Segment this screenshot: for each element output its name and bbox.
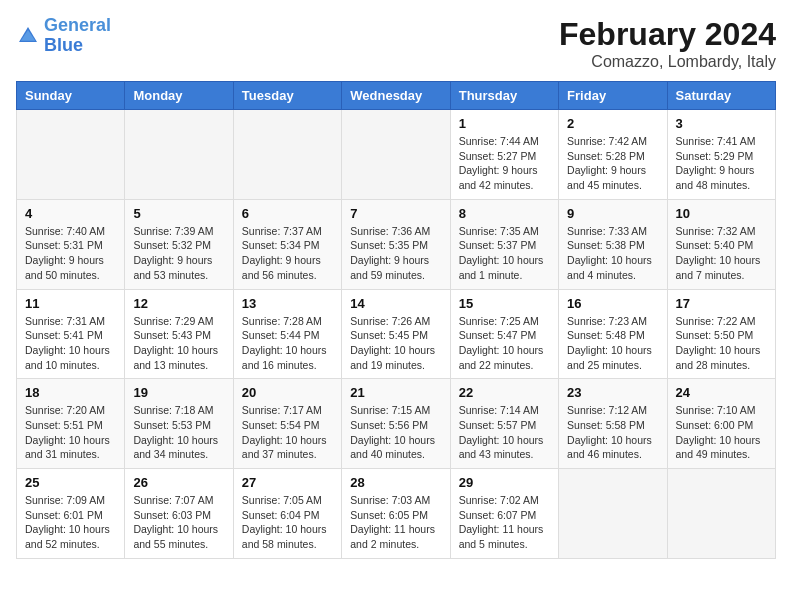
day-number: 28 [350, 475, 441, 490]
day-info: Sunrise: 7:14 AMSunset: 5:57 PMDaylight:… [459, 403, 550, 462]
day-info: Sunrise: 7:22 AMSunset: 5:50 PMDaylight:… [676, 314, 767, 373]
day-number: 22 [459, 385, 550, 400]
calendar-week-row: 25Sunrise: 7:09 AMSunset: 6:01 PMDayligh… [17, 469, 776, 559]
day-number: 3 [676, 116, 767, 131]
calendar-week-row: 4Sunrise: 7:40 AMSunset: 5:31 PMDaylight… [17, 199, 776, 289]
calendar-cell: 21Sunrise: 7:15 AMSunset: 5:56 PMDayligh… [342, 379, 450, 469]
calendar-cell: 23Sunrise: 7:12 AMSunset: 5:58 PMDayligh… [559, 379, 667, 469]
day-info: Sunrise: 7:31 AMSunset: 5:41 PMDaylight:… [25, 314, 116, 373]
day-info: Sunrise: 7:40 AMSunset: 5:31 PMDaylight:… [25, 224, 116, 283]
day-number: 17 [676, 296, 767, 311]
day-info: Sunrise: 7:42 AMSunset: 5:28 PMDaylight:… [567, 134, 658, 193]
calendar-cell: 6Sunrise: 7:37 AMSunset: 5:34 PMDaylight… [233, 199, 341, 289]
day-number: 29 [459, 475, 550, 490]
calendar-cell: 8Sunrise: 7:35 AMSunset: 5:37 PMDaylight… [450, 199, 558, 289]
calendar-week-row: 11Sunrise: 7:31 AMSunset: 5:41 PMDayligh… [17, 289, 776, 379]
day-info: Sunrise: 7:29 AMSunset: 5:43 PMDaylight:… [133, 314, 224, 373]
day-of-week-header: Tuesday [233, 82, 341, 110]
day-info: Sunrise: 7:25 AMSunset: 5:47 PMDaylight:… [459, 314, 550, 373]
day-number: 1 [459, 116, 550, 131]
calendar-week-row: 1Sunrise: 7:44 AMSunset: 5:27 PMDaylight… [17, 110, 776, 200]
calendar-cell [667, 469, 775, 559]
calendar-cell: 12Sunrise: 7:29 AMSunset: 5:43 PMDayligh… [125, 289, 233, 379]
day-of-week-header: Friday [559, 82, 667, 110]
day-info: Sunrise: 7:35 AMSunset: 5:37 PMDaylight:… [459, 224, 550, 283]
day-number: 15 [459, 296, 550, 311]
day-number: 21 [350, 385, 441, 400]
days-of-week-row: SundayMondayTuesdayWednesdayThursdayFrid… [17, 82, 776, 110]
calendar-cell: 16Sunrise: 7:23 AMSunset: 5:48 PMDayligh… [559, 289, 667, 379]
calendar-cell: 5Sunrise: 7:39 AMSunset: 5:32 PMDaylight… [125, 199, 233, 289]
calendar-cell: 1Sunrise: 7:44 AMSunset: 5:27 PMDaylight… [450, 110, 558, 200]
calendar-cell [342, 110, 450, 200]
calendar-cell: 28Sunrise: 7:03 AMSunset: 6:05 PMDayligh… [342, 469, 450, 559]
calendar-week-row: 18Sunrise: 7:20 AMSunset: 5:51 PMDayligh… [17, 379, 776, 469]
day-info: Sunrise: 7:10 AMSunset: 6:00 PMDaylight:… [676, 403, 767, 462]
calendar-cell: 26Sunrise: 7:07 AMSunset: 6:03 PMDayligh… [125, 469, 233, 559]
day-info: Sunrise: 7:15 AMSunset: 5:56 PMDaylight:… [350, 403, 441, 462]
day-info: Sunrise: 7:17 AMSunset: 5:54 PMDaylight:… [242, 403, 333, 462]
calendar-cell [17, 110, 125, 200]
month-title: February 2024 [559, 16, 776, 53]
day-info: Sunrise: 7:26 AMSunset: 5:45 PMDaylight:… [350, 314, 441, 373]
day-number: 27 [242, 475, 333, 490]
day-number: 16 [567, 296, 658, 311]
calendar-cell: 18Sunrise: 7:20 AMSunset: 5:51 PMDayligh… [17, 379, 125, 469]
day-number: 8 [459, 206, 550, 221]
calendar-header: SundayMondayTuesdayWednesdayThursdayFrid… [17, 82, 776, 110]
calendar-cell: 7Sunrise: 7:36 AMSunset: 5:35 PMDaylight… [342, 199, 450, 289]
calendar-cell [125, 110, 233, 200]
logo-text: General Blue [44, 16, 111, 56]
day-number: 9 [567, 206, 658, 221]
calendar-cell: 17Sunrise: 7:22 AMSunset: 5:50 PMDayligh… [667, 289, 775, 379]
day-info: Sunrise: 7:36 AMSunset: 5:35 PMDaylight:… [350, 224, 441, 283]
day-number: 24 [676, 385, 767, 400]
day-info: Sunrise: 7:23 AMSunset: 5:48 PMDaylight:… [567, 314, 658, 373]
day-number: 18 [25, 385, 116, 400]
day-info: Sunrise: 7:41 AMSunset: 5:29 PMDaylight:… [676, 134, 767, 193]
day-info: Sunrise: 7:28 AMSunset: 5:44 PMDaylight:… [242, 314, 333, 373]
day-info: Sunrise: 7:05 AMSunset: 6:04 PMDaylight:… [242, 493, 333, 552]
day-info: Sunrise: 7:07 AMSunset: 6:03 PMDaylight:… [133, 493, 224, 552]
calendar-cell: 4Sunrise: 7:40 AMSunset: 5:31 PMDaylight… [17, 199, 125, 289]
day-number: 13 [242, 296, 333, 311]
day-number: 14 [350, 296, 441, 311]
calendar-table: SundayMondayTuesdayWednesdayThursdayFrid… [16, 81, 776, 559]
calendar-cell: 9Sunrise: 7:33 AMSunset: 5:38 PMDaylight… [559, 199, 667, 289]
day-number: 26 [133, 475, 224, 490]
day-of-week-header: Saturday [667, 82, 775, 110]
calendar-cell: 13Sunrise: 7:28 AMSunset: 5:44 PMDayligh… [233, 289, 341, 379]
calendar-body: 1Sunrise: 7:44 AMSunset: 5:27 PMDaylight… [17, 110, 776, 559]
calendar-cell: 24Sunrise: 7:10 AMSunset: 6:00 PMDayligh… [667, 379, 775, 469]
day-info: Sunrise: 7:39 AMSunset: 5:32 PMDaylight:… [133, 224, 224, 283]
day-number: 10 [676, 206, 767, 221]
calendar-cell: 20Sunrise: 7:17 AMSunset: 5:54 PMDayligh… [233, 379, 341, 469]
day-number: 4 [25, 206, 116, 221]
day-info: Sunrise: 7:02 AMSunset: 6:07 PMDaylight:… [459, 493, 550, 552]
day-info: Sunrise: 7:03 AMSunset: 6:05 PMDaylight:… [350, 493, 441, 552]
calendar-cell: 10Sunrise: 7:32 AMSunset: 5:40 PMDayligh… [667, 199, 775, 289]
day-number: 19 [133, 385, 224, 400]
day-of-week-header: Thursday [450, 82, 558, 110]
title-area: February 2024 Comazzo, Lombardy, Italy [559, 16, 776, 71]
calendar-cell: 29Sunrise: 7:02 AMSunset: 6:07 PMDayligh… [450, 469, 558, 559]
calendar-cell: 2Sunrise: 7:42 AMSunset: 5:28 PMDaylight… [559, 110, 667, 200]
day-info: Sunrise: 7:18 AMSunset: 5:53 PMDaylight:… [133, 403, 224, 462]
day-info: Sunrise: 7:20 AMSunset: 5:51 PMDaylight:… [25, 403, 116, 462]
location: Comazzo, Lombardy, Italy [559, 53, 776, 71]
calendar-cell [559, 469, 667, 559]
day-number: 7 [350, 206, 441, 221]
calendar-cell: 11Sunrise: 7:31 AMSunset: 5:41 PMDayligh… [17, 289, 125, 379]
day-info: Sunrise: 7:44 AMSunset: 5:27 PMDaylight:… [459, 134, 550, 193]
calendar-cell: 25Sunrise: 7:09 AMSunset: 6:01 PMDayligh… [17, 469, 125, 559]
calendar-cell [233, 110, 341, 200]
day-of-week-header: Monday [125, 82, 233, 110]
day-info: Sunrise: 7:12 AMSunset: 5:58 PMDaylight:… [567, 403, 658, 462]
calendar-cell: 14Sunrise: 7:26 AMSunset: 5:45 PMDayligh… [342, 289, 450, 379]
day-number: 6 [242, 206, 333, 221]
logo: General Blue [16, 16, 111, 56]
day-number: 11 [25, 296, 116, 311]
logo-icon [16, 24, 40, 48]
day-number: 23 [567, 385, 658, 400]
calendar-cell: 15Sunrise: 7:25 AMSunset: 5:47 PMDayligh… [450, 289, 558, 379]
